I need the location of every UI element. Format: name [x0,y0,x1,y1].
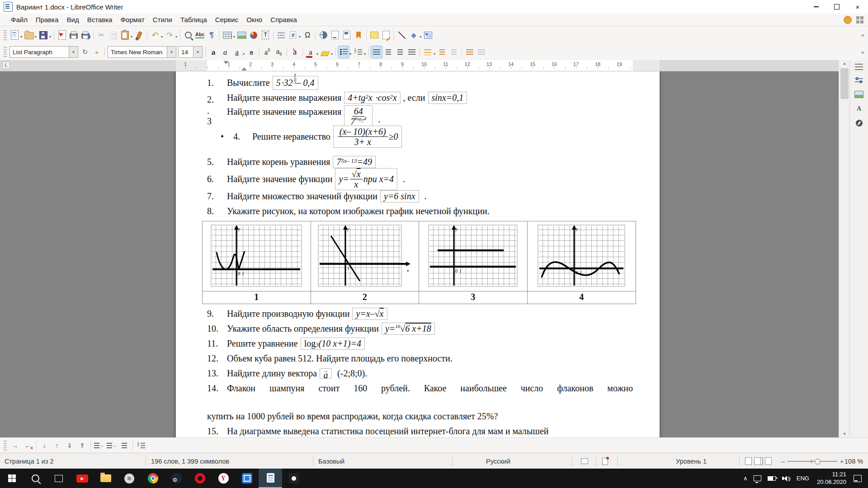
taskbar-app-opera[interactable] [188,469,212,488]
graph-2-decreasing-line[interactable]: y 1 x [317,224,412,287]
open-button[interactable] [24,29,34,41]
redo-dropdown[interactable]: ▾ [175,35,177,39]
tray-volume-icon[interactable]: )) [779,469,793,488]
tray-network-icon[interactable] [750,469,764,488]
redo-button[interactable]: ↷ [164,29,175,41]
graph-cell-2[interactable]: y 1 x [311,221,420,291]
toolbar-overflow-button[interactable]: » [861,32,864,38]
insert-chart-button[interactable] [248,29,259,41]
listbar-grip[interactable] [4,441,7,450]
align-justify-button[interactable] [406,46,417,58]
sidebar-styles-icon[interactable]: A [857,105,861,113]
menu-item[interactable]: Стили [149,15,176,24]
taskbar-app-dark[interactable] [282,469,306,488]
menu-item[interactable]: Сервис [211,15,242,24]
taskbar-app-chrome[interactable] [141,469,165,488]
subscript-button[interactable]: аб [274,46,284,58]
open-dropdown[interactable]: ▾ [35,35,37,39]
formula-4[interactable]: (x– 10)(x+6) 3+ x ≥0 [333,126,402,148]
new-document-button[interactable] [9,29,20,41]
font-size-combo[interactable]: 14 ▾ [178,46,203,58]
taskbar-app-blue[interactable] [235,469,259,488]
insert-footnote-button[interactable] [330,29,340,41]
demote-level-button[interactable]: → [9,440,21,451]
word-count-status[interactable]: 196 слов, 1 399 символов [151,453,229,469]
scrollbar-thumb[interactable] [840,68,849,99]
paste-dropdown[interactable]: ▾ [131,35,132,39]
shapes-dropdown[interactable]: ▾ [420,35,421,39]
document-page[interactable]: 1. Вычислите 5⋅32 15 – 0,4 2. Найдите зн… [176,71,660,437]
hyperlink-button[interactable] [318,29,329,41]
align-center-button[interactable] [383,46,394,58]
insert-unnumbered-button[interactable] [118,440,130,451]
tray-show-hidden-icons[interactable]: ∧ [740,469,751,488]
style-combo-arrow[interactable]: ▾ [69,47,78,57]
spelling-button[interactable]: Abc [194,29,205,41]
insert-comment-button[interactable] [369,29,380,41]
font-name-combo[interactable]: Times New Roman ▾ [108,46,176,58]
scroll-up-arrow[interactable]: ▲ [839,60,850,67]
align-right-button[interactable] [395,46,406,58]
font-color-dropdown[interactable]: ▾ [316,52,318,56]
tab-stop-selector[interactable]: L [2,61,10,69]
formula-9[interactable]: y=x– √x [352,308,387,320]
increase-paragraph-spacing-button[interactable] [437,46,448,58]
field-dropdown[interactable]: ▾ [299,35,301,39]
toolbar-grip[interactable] [4,30,7,40]
maximize-button[interactable] [826,0,847,14]
single-page-view-icon[interactable] [745,457,752,465]
menu-item[interactable]: Окно [242,15,266,24]
formula-10[interactable]: y=10√6 x+18 [382,323,435,335]
menu-item[interactable]: Файл [7,15,32,24]
move-up-subpoints-button[interactable]: ⇑ [76,440,88,451]
graph-4-sine-wave[interactable]: y 0 1 [537,224,626,287]
zoom-percent-status[interactable]: 108 % [844,453,863,469]
decrease-indent-button[interactable] [476,46,487,58]
undo-button[interactable]: ↶ [150,29,160,41]
move-down-button[interactable]: ↓ [38,440,50,451]
save-button[interactable] [38,29,49,41]
page-style-status[interactable]: Базовый [318,453,344,469]
multi-page-view-icon[interactable] [754,457,761,465]
bold-button[interactable]: а [208,46,219,58]
insert-textbox-button[interactable]: T [260,29,271,41]
formula-5[interactable]: 75x– 13=49 [333,156,376,168]
page-count-status[interactable]: Страница 1 из 2 [5,453,54,469]
print-preview-button[interactable] [80,29,91,41]
italic-button[interactable]: а [220,46,231,58]
insert-line-button[interactable] [396,29,407,41]
unordered-list-button[interactable] [338,46,349,58]
special-character-button[interactable]: Ω [302,29,313,41]
zoom-in-icon[interactable]: + [840,458,844,465]
bookmark-button[interactable] [353,29,364,41]
export-pdf-button[interactable] [57,29,67,41]
task-view-button[interactable] [47,469,71,488]
draw-functions-button[interactable] [423,29,434,41]
action-center-icon[interactable] [854,475,862,482]
size-combo-arrow[interactable]: ▾ [193,47,202,57]
page-break-button[interactable] [276,29,287,41]
zoom-slider-thumb[interactable] [815,459,821,465]
restart-numbering-button[interactable] [135,440,147,451]
outline-level-status[interactable]: Уровень 1 [676,453,707,469]
taskbar-app-writer-active[interactable] [259,469,282,488]
numbering-dropdown[interactable]: ▾ [364,52,366,56]
formula-2b[interactable]: sinx=0,1 [428,92,467,104]
find-replace-button[interactable] [183,29,193,41]
fmt-toolbar-overflow-button[interactable]: » [861,49,864,56]
clone-formatting-button[interactable] [134,29,145,41]
close-button[interactable]: × [847,0,868,14]
underline-dropdown[interactable]: ▾ [243,52,245,56]
paragraph-style-combo[interactable]: List Paragraph ▾ [9,46,78,58]
zoom-slider[interactable]: – + [781,453,844,469]
copy-button[interactable] [108,29,118,41]
taskbar-app-explorer[interactable] [94,469,118,488]
taskbar-app-media-player[interactable] [118,469,141,488]
formula-3[interactable]: 64 7log74 [344,105,373,127]
selection-mode-icon[interactable] [581,453,588,469]
taskbar-app-yandex[interactable]: Y [212,469,235,488]
menu-item[interactable]: Вид [63,15,83,24]
bullets-dropdown[interactable]: ▾ [349,52,351,56]
highlight-dropdown[interactable]: ▾ [331,52,333,56]
formula-7[interactable]: y=6 sinx [380,190,419,202]
